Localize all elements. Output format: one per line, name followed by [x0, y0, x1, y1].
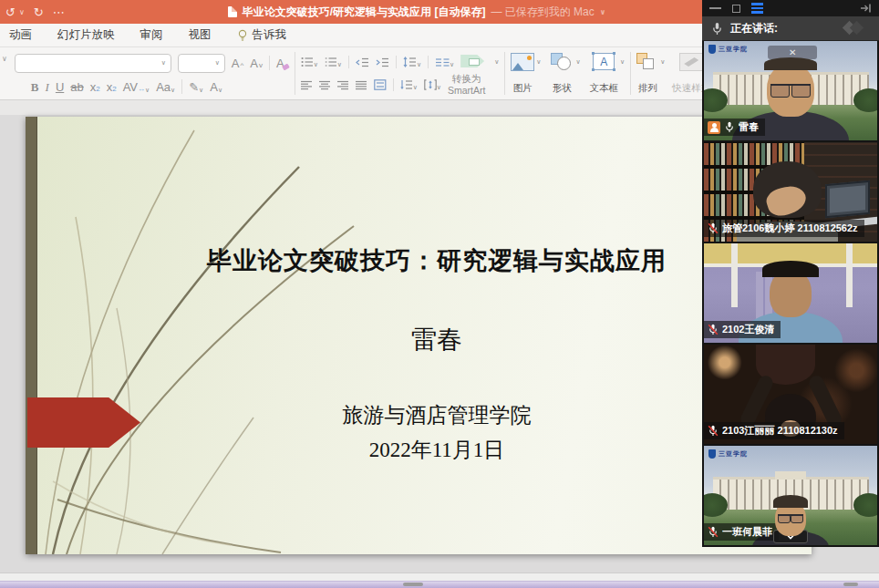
saved-status-caret-icon[interactable]: ∨	[600, 8, 606, 16]
change-case-button[interactable]: Aa∨	[156, 81, 175, 93]
mic-muted-icon	[708, 222, 719, 234]
participant-tile-leichun[interactable]: 三亚学院 ✕	[704, 41, 877, 140]
exit-panel-icon[interactable]	[860, 3, 872, 14]
increase-indent-button[interactable]	[376, 57, 389, 67]
italic-button[interactable]: I	[46, 81, 49, 93]
lightbulb-icon	[237, 29, 248, 42]
character-spacing-button[interactable]: AV↔∨	[123, 81, 150, 93]
align-right-button[interactable]	[337, 80, 349, 90]
bullet-list-button[interactable]: ∨	[301, 57, 318, 67]
participant-name: 2102王俊清	[722, 323, 774, 336]
document-icon	[228, 6, 237, 17]
tab-tell-me-label: 告诉我	[253, 27, 287, 43]
justify-icon	[356, 80, 367, 90]
participant-name-bar: 雷春	[704, 119, 765, 136]
bullet-list-icon	[301, 57, 314, 67]
minimize-icon[interactable]	[709, 7, 721, 9]
participant-tile-jianglili[interactable]: 2103江丽丽 2110812130z	[704, 345, 877, 444]
convert-to-smartart-button[interactable]: 转换为SmartArt	[448, 73, 485, 97]
tab-review[interactable]: 审阅	[140, 27, 163, 43]
glasses	[778, 514, 803, 523]
font-size-combo[interactable]: ∨	[178, 54, 225, 73]
slide-department[interactable]: 旅游与酒店管理学院	[80, 401, 793, 429]
font-color-button[interactable]: A∨	[210, 81, 222, 93]
font-group: ∨ ∨ A^ Av A B I U ab x2	[9, 47, 295, 99]
subscript-button[interactable]: x2	[107, 81, 117, 93]
columns-icon	[435, 57, 450, 67]
insert-group: 图片 ∨ 形状 ∨ A 文本框 ∨	[505, 47, 630, 99]
tab-view[interactable]: 视图	[189, 27, 212, 43]
grow-font-button[interactable]: A^	[232, 57, 243, 69]
decrease-indent-button[interactable]	[356, 57, 369, 67]
text-direction-button[interactable]: ∨	[400, 79, 418, 90]
line-spacing-icon	[403, 57, 417, 67]
superscript-button[interactable]: x2	[90, 81, 100, 93]
tab-slideshow[interactable]: 幻灯片放映	[57, 27, 115, 43]
insert-picture-button[interactable]: 图片 ∨	[511, 51, 541, 96]
tab-animation[interactable]: 动画	[9, 27, 32, 43]
screen: ↺ ∨ ↻ ⋯ 毕业论文突破技巧/研究逻辑与实战应用 [自动保存] — 已保存到…	[0, 0, 879, 588]
numbered-list-icon	[325, 57, 337, 67]
align-left-button[interactable]	[301, 80, 313, 90]
align-left-icon	[301, 80, 313, 90]
redo-icon[interactable]: ↻	[34, 6, 44, 18]
window-mode-icon[interactable]	[732, 5, 740, 13]
numbered-list-button[interactable]: ∨	[325, 57, 342, 67]
distribute-text-icon	[374, 79, 387, 90]
shrink-font-button[interactable]: Av	[250, 57, 263, 69]
clipped-dropdown-caret-icon[interactable]: ∨	[2, 55, 7, 63]
scrollbar-thumb[interactable]	[843, 583, 858, 586]
participant-tile-wangjunqing[interactable]: 2102王俊清	[704, 243, 877, 343]
strikethrough-button[interactable]: ab	[70, 81, 83, 93]
align-center-icon	[319, 80, 331, 90]
more-commands-icon[interactable]: ⋯	[53, 6, 65, 18]
line-spacing-button[interactable]: ∨	[403, 57, 421, 67]
university-logo: 三亚学院	[708, 45, 748, 54]
participant-name-bar: 2102王俊清	[704, 321, 781, 338]
picture-icon	[511, 53, 534, 71]
bold-button[interactable]: B	[31, 81, 39, 93]
microphone-icon	[711, 22, 723, 36]
slide-date[interactable]: 2022年11月1日	[80, 436, 793, 464]
insert-textbox-button[interactable]: A 文本框 ∨	[590, 51, 626, 96]
logo-shield-icon	[708, 449, 716, 459]
slide-title[interactable]: 毕业论文突破技巧：研究逻辑与实战应用	[80, 244, 793, 277]
arrange-icon	[636, 53, 658, 71]
columns-button[interactable]: ∨	[435, 57, 454, 67]
clear-formatting-button[interactable]: A	[276, 57, 289, 69]
list-view-icon[interactable]	[751, 3, 763, 14]
font-name-combo[interactable]: ∨	[15, 54, 171, 73]
decrease-indent-icon	[356, 57, 369, 67]
tab-tell-me[interactable]: 告诉我	[237, 27, 287, 43]
speaking-label: 正在讲话:	[730, 21, 778, 36]
underline-button[interactable]: U	[56, 81, 64, 93]
slide-left-bar	[26, 117, 37, 554]
smartart-graphic-icon[interactable]	[460, 53, 488, 71]
arrange-button[interactable]: 排列 ∨	[636, 51, 665, 96]
window-bottom-strip	[0, 573, 879, 581]
participant-tile-hechenfei[interactable]: 三亚学院 一班何晨菲	[704, 446, 877, 545]
textbox-icon: A	[593, 53, 615, 70]
mic-on-icon	[724, 121, 735, 133]
host-icon	[708, 121, 720, 134]
slide-author[interactable]: 雷春	[80, 323, 793, 357]
shapes-icon	[550, 53, 574, 71]
align-text-vertical-icon	[424, 79, 437, 90]
align-text-vertical-button[interactable]: ∨	[424, 79, 441, 90]
glasses	[770, 84, 810, 98]
university-logo: 三亚学院	[708, 449, 748, 459]
participant-tile-weixiaoting[interactable]: 旅管2106魏小婷 2110812562z	[704, 142, 877, 242]
logo-shield-icon	[708, 45, 716, 54]
align-center-button[interactable]	[319, 80, 331, 90]
scrollbar-thumb[interactable]	[403, 583, 423, 586]
undo-dropdown-caret-icon[interactable]: ∨	[19, 8, 25, 16]
bottom-dock-strip	[0, 581, 879, 588]
quick-styles-icon	[679, 53, 703, 71]
slide-canvas[interactable]: 毕业论文突破技巧：研究逻辑与实战应用 雷春 旅游与酒店管理学院 2022年11月…	[26, 117, 812, 554]
highlight-pen-button[interactable]: ✎∨	[189, 81, 203, 93]
undo-icon[interactable]: ↺	[5, 6, 16, 18]
justify-button[interactable]	[356, 80, 367, 90]
distribute-text-button[interactable]	[374, 79, 387, 90]
insert-shapes-button[interactable]: 形状 ∨	[550, 51, 580, 96]
mic-muted-icon	[708, 526, 719, 538]
